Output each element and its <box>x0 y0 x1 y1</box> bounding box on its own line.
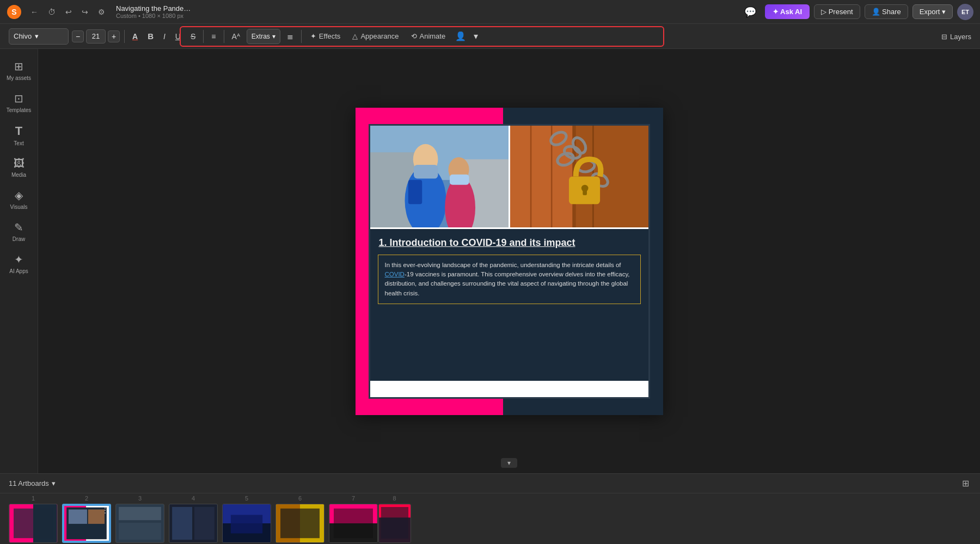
grid-view-button[interactable]: ⊞ <box>960 477 971 490</box>
sidebar-item-text[interactable]: T Text <box>2 119 36 152</box>
undo-button[interactable]: ↩ <box>62 5 75 18</box>
thumb-num-6: 6 <box>298 495 302 502</box>
underline-button[interactable]: U <box>172 29 184 44</box>
extras-chevron-icon: ▾ <box>272 33 275 40</box>
bold-button[interactable]: B <box>144 29 157 44</box>
sidebar-label-my-assets: My assets <box>7 75 31 81</box>
thumbnail-4: 4 <box>169 495 218 543</box>
artboard[interactable]: 1. Introduction to COVID-19 and its impa… <box>356 108 663 415</box>
thumb-img-4[interactable] <box>169 504 218 543</box>
animate-icon: ⟲ <box>411 32 417 40</box>
thumb-num-8: 8 <box>393 495 396 502</box>
thumb-num-1: 1 <box>32 495 35 502</box>
increase-font-size-button[interactable]: + <box>108 30 120 42</box>
text-size-button[interactable]: Aᴬ <box>229 29 243 44</box>
extras-button[interactable]: Extras ▾ <box>247 29 280 44</box>
text-color-button[interactable]: A <box>129 29 141 44</box>
artboard-textbox[interactable]: In this ever-evolving landscape of the p… <box>378 255 641 304</box>
export-button[interactable]: Export ▾ <box>912 4 953 19</box>
settings-button[interactable]: ⚙ <box>95 5 108 18</box>
decrease-font-size-button[interactable]: − <box>72 30 84 42</box>
font-size-control: − + <box>72 29 120 44</box>
thumbnail-8: 8 <box>382 495 407 543</box>
thumb-img-1[interactable] <box>9 504 58 543</box>
sidebar-item-media[interactable]: 🖼 Media <box>2 152 36 183</box>
avatar[interactable]: ET <box>957 4 973 20</box>
text-icon: T <box>15 124 22 138</box>
sidebar-label-media: Media <box>11 172 26 178</box>
italic-button[interactable]: I <box>160 29 169 44</box>
thumb-2-options-icon[interactable]: ⋮ <box>101 506 109 515</box>
animate-button[interactable]: ⟲ Animate <box>407 29 450 44</box>
layers-button[interactable]: ⊟ Layers <box>941 32 971 40</box>
artboards-expand-icon: ▾ <box>52 479 56 487</box>
sidebar-label-draw: Draw <box>13 236 25 242</box>
sidebar-item-draw[interactable]: ✎ Draw <box>2 215 36 248</box>
svg-rect-12 <box>408 180 421 203</box>
separator-2 <box>203 30 204 43</box>
present-button[interactable]: ▷ Present <box>814 4 860 19</box>
font-size-input[interactable] <box>86 29 106 44</box>
thumbnail-3: 3 <box>115 495 164 543</box>
separator-4 <box>301 30 302 43</box>
svg-rect-51 <box>334 508 373 537</box>
document-title-block: Navigating the Pande… Custom • 1080 × 10… <box>116 4 191 19</box>
svg-rect-8 <box>414 164 438 178</box>
strikethrough-button[interactable]: S <box>187 29 199 44</box>
artboards-count: 11 Artboards <box>9 479 49 487</box>
share-button[interactable]: 👤 Share <box>865 4 908 19</box>
more-options-button[interactable]: ▾ <box>471 29 480 44</box>
image-right[interactable] <box>510 126 648 227</box>
text-color-icon: A <box>132 32 138 41</box>
sidebar-item-ai-apps[interactable]: ✦ AI Apps <box>2 248 36 280</box>
images-row <box>370 126 648 229</box>
user-position-button[interactable]: 👤 <box>453 29 468 44</box>
sidebar-item-templates[interactable]: ⊡ Templates <box>2 86 36 119</box>
svg-rect-54 <box>381 507 408 539</box>
align-button[interactable]: ≡ <box>208 29 219 44</box>
ask-ai-button[interactable]: ✦ Ask AI <box>765 4 810 19</box>
thumb-img-5[interactable] <box>222 504 271 543</box>
top-bar: S ← ⏱ ↩ ↪ ⚙ Navigating the Pande… Custom… <box>0 0 980 24</box>
artboards-label[interactable]: 11 Artboards ▾ <box>9 479 56 487</box>
thumb-img-2[interactable]: ⋮ <box>62 504 111 543</box>
thumb-img-8[interactable] <box>378 504 411 543</box>
layers-label: Layers <box>950 32 971 40</box>
svg-rect-11 <box>450 174 469 184</box>
thumb-img-6[interactable] <box>275 504 324 543</box>
thumb-num-5: 5 <box>245 495 248 502</box>
thumb-num-3: 3 <box>138 495 142 502</box>
svg-rect-38 <box>119 506 161 520</box>
thumb-img-3[interactable] <box>115 504 164 543</box>
sidebar-label-text: Text <box>14 140 23 146</box>
font-selector[interactable]: Chivo ▾ <box>9 28 69 45</box>
effects-button[interactable]: ✦ Effects <box>306 29 345 44</box>
redo-button[interactable]: ↪ <box>78 5 91 18</box>
history-button[interactable]: ⏱ <box>45 5 59 18</box>
effects-label: Effects <box>319 32 341 40</box>
animate-label: Animate <box>420 32 446 40</box>
sidebar-item-visuals[interactable]: ◈ Visuals <box>2 183 36 215</box>
appearance-label: Appearance <box>360 32 399 40</box>
thumb-img-7[interactable] <box>329 504 378 543</box>
collapse-arrow-button[interactable]: ▾ <box>501 458 517 468</box>
inner-card: 1. Introduction to COVID-19 and its impa… <box>369 124 650 399</box>
font-name: Chivo <box>14 32 32 40</box>
my-assets-icon: ⊞ <box>14 60 23 73</box>
sidebar-label-ai-apps: AI Apps <box>9 268 28 274</box>
separator-3 <box>224 30 224 43</box>
card-bottom-white <box>370 381 648 397</box>
back-button[interactable]: ← <box>27 5 41 18</box>
svg-rect-27 <box>583 188 587 195</box>
document-title: Navigating the Pande… <box>116 4 191 13</box>
thumbnail-1: 1 <box>9 495 58 543</box>
covid-link[interactable]: COVID <box>385 271 405 277</box>
svg-rect-48 <box>280 508 320 537</box>
image-left[interactable] <box>370 126 510 227</box>
spacing-button[interactable]: ≣ <box>284 29 297 44</box>
ai-apps-icon: ✦ <box>14 253 23 266</box>
sidebar-item-my-assets[interactable]: ⊞ My assets <box>2 54 36 86</box>
chat-button[interactable]: 💬 <box>740 4 761 20</box>
left-sidebar: ⊞ My assets ⊡ Templates T Text 🖼 Media ◈… <box>0 49 38 473</box>
appearance-button[interactable]: △ Appearance <box>348 29 403 44</box>
